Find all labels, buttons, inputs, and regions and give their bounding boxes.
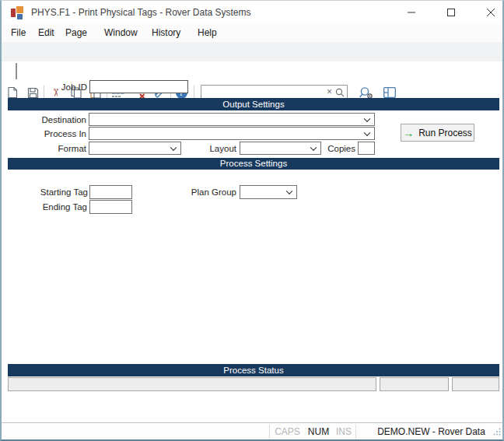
- ending-tag-input[interactable]: [90, 202, 131, 215]
- starting-tag-label: Starting Tag: [24, 187, 88, 197]
- minimize-button[interactable]: [395, 1, 428, 24]
- starting-tag-field: [89, 185, 132, 199]
- menu-window[interactable]: Window: [103, 24, 139, 42]
- status-bar: CAPS NUM INS DEMO.NEW - Rover Data Syste…: [2, 422, 502, 440]
- session-context: DEMO.NEW - Rover Data Systems: [360, 423, 502, 440]
- minimize-icon: [408, 9, 415, 16]
- menu-help[interactable]: Help: [196, 24, 219, 42]
- menu-edit[interactable]: Edit: [37, 24, 56, 42]
- title-bar[interactable]: PHYS.F1 - Print Physical Tags - Rover Da…: [2, 1, 502, 24]
- close-button[interactable]: [474, 1, 504, 24]
- window-title: PHYS.F1 - Print Physical Tags - Rover Da…: [31, 1, 251, 24]
- run-arrow-icon: →: [403, 128, 414, 138]
- app-icon: [11, 5, 25, 19]
- status-field-message: [8, 377, 376, 391]
- format-select[interactable]: [89, 142, 181, 155]
- process-status-bar: Process Status: [8, 364, 499, 376]
- job-id-label: Job ID: [25, 82, 87, 92]
- search-clear-icon[interactable]: ×: [324, 86, 335, 99]
- copies-input[interactable]: [359, 145, 374, 156]
- destination-select[interactable]: [89, 113, 375, 126]
- copies-field: [358, 142, 375, 155]
- search-person-icon[interactable]: [359, 86, 374, 99]
- ending-tag-field: [89, 200, 132, 214]
- resize-grip-icon[interactable]: [493, 425, 501, 439]
- process-settings-bar: Process Settings: [8, 158, 499, 170]
- text-cursor: [16, 63, 17, 79]
- search-icon[interactable]: [335, 88, 347, 97]
- chevron-down-icon: [364, 115, 370, 121]
- app-window: PHYS.F1 - Print Physical Tags - Rover Da…: [0, 0, 504, 441]
- destination-label: Destination: [17, 115, 86, 124]
- menu-bar: File Edit Page Window History Help: [2, 24, 502, 42]
- close-icon: [487, 9, 495, 16]
- status-field-count: [380, 377, 449, 391]
- chevron-down-icon: [364, 129, 370, 135]
- layout-panel-icon[interactable]: [383, 86, 397, 99]
- toolbar: ✂ ?: [2, 42, 502, 61]
- menu-page[interactable]: Page: [64, 24, 89, 42]
- chevron-down-icon: [286, 188, 292, 194]
- status-field-time: [452, 377, 499, 391]
- copies-label: Copies: [293, 144, 355, 153]
- output-settings-bar: Output Settings: [8, 98, 499, 110]
- maximize-icon: [447, 9, 455, 16]
- ending-tag-label: Ending Tag: [23, 202, 87, 212]
- process-in-label: Process In: [17, 129, 86, 138]
- plan-group-select[interactable]: [240, 185, 297, 199]
- caps-lock-indicator: CAPS: [273, 423, 302, 440]
- maximize-button[interactable]: [435, 1, 467, 24]
- layout-label: Layout: [174, 144, 236, 153]
- plan-group-label: Plan Group: [174, 187, 236, 197]
- insert-mode-indicator: INS: [334, 423, 354, 440]
- num-lock-indicator: NUM: [304, 423, 333, 440]
- menu-history[interactable]: History: [150, 24, 182, 42]
- starting-tag-input[interactable]: [90, 187, 131, 200]
- run-process-button[interactable]: → Run Process: [401, 124, 474, 142]
- job-id-field: [89, 80, 188, 93]
- new-document-icon[interactable]: [6, 86, 19, 99]
- run-process-label: Run Process: [418, 128, 472, 138]
- search-input[interactable]: [201, 86, 324, 98]
- menu-file[interactable]: File: [9, 24, 27, 42]
- format-label: Format: [17, 144, 86, 153]
- job-id-input[interactable]: [90, 83, 187, 95]
- process-in-select[interactable]: [89, 127, 375, 140]
